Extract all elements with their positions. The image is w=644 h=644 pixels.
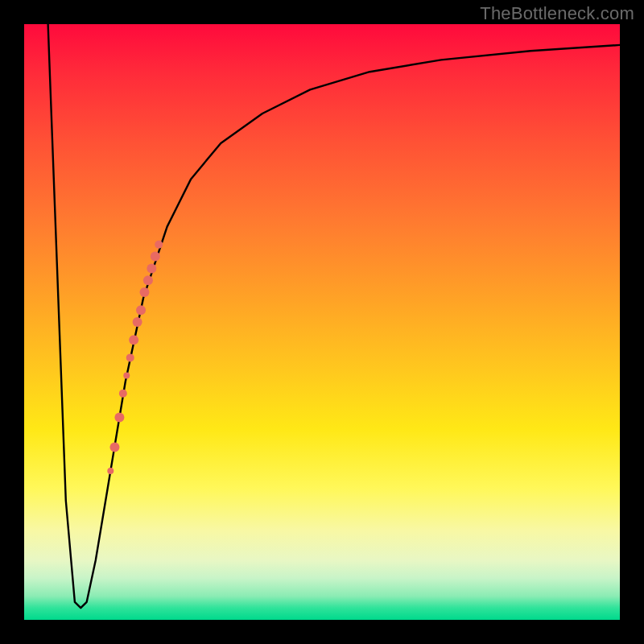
marker-point	[147, 263, 156, 273]
marker-point	[107, 468, 114, 474]
marker-point	[123, 373, 130, 379]
chart-frame: TheBottleneck.com	[0, 0, 644, 644]
marker-point	[139, 287, 149, 297]
marker-point	[136, 305, 146, 315]
marker-point	[133, 317, 142, 327]
marker-point	[119, 390, 127, 398]
marker-point	[114, 412, 124, 422]
marker-point	[109, 442, 119, 452]
marker-point	[151, 252, 160, 262]
chart-svg	[24, 24, 620, 620]
watermark-text: TheBottleneck.com	[480, 3, 634, 24]
marker-point	[129, 335, 138, 345]
marker-point	[126, 353, 134, 361]
marker-point	[155, 241, 163, 249]
marker-point	[143, 275, 153, 285]
plot-area	[24, 24, 620, 620]
bottleneck-curve	[48, 24, 620, 608]
